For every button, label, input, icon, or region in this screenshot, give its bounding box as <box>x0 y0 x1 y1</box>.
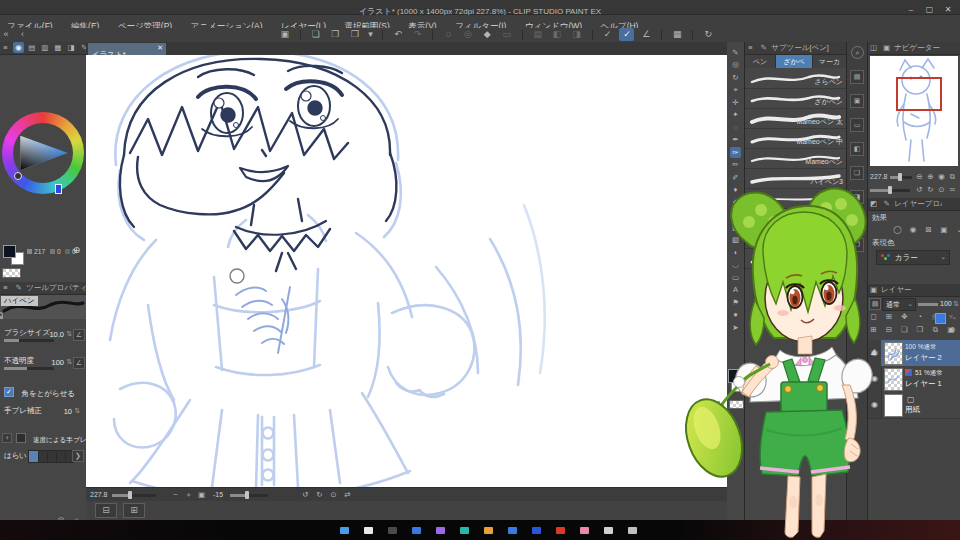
rotate-right-icon[interactable]: ↻ <box>314 489 325 500</box>
redo-icon[interactable]: ↷ <box>410 28 425 41</box>
airbrush-tool-icon[interactable]: ♦ <box>730 184 741 195</box>
brush-item[interactable]: ハイペン3 <box>745 169 846 189</box>
new-layer-icon[interactable]: ⊞ <box>868 324 879 335</box>
pen-tool-icon[interactable]: ✑ <box>730 147 741 158</box>
crop-selection-icon[interactable]: ▭ <box>499 28 514 41</box>
layer-visible-icon[interactable]: ◉ <box>871 400 878 409</box>
sharp-corner-checkbox[interactable]: ✓ <box>4 387 14 397</box>
frame-tool-icon[interactable]: ▭ <box>730 272 741 283</box>
layer-thumbnail[interactable] <box>884 368 903 391</box>
navigator-rotate-slider[interactable] <box>870 189 910 192</box>
panel-tab-icon[interactable]: ❐ <box>850 214 864 228</box>
layer-name[interactable]: レイヤー 2 <box>905 353 942 363</box>
lp-tab-icon[interactable]: ◩ <box>868 198 879 209</box>
nav-flip-icon[interactable]: ≍ <box>947 184 958 195</box>
snap-grid-icon[interactable]: ◨ <box>569 28 584 41</box>
object-tool-icon[interactable]: ⌖ <box>730 84 741 95</box>
color-history-tab-icon[interactable]: ◨ <box>65 42 76 53</box>
color-slider-tab-icon[interactable]: ▥ <box>39 42 50 53</box>
zoom-in-icon[interactable]: ＋ <box>183 489 194 500</box>
decoration-tool-icon[interactable]: ❖ <box>730 197 741 208</box>
layer-thumbnail[interactable] <box>884 342 903 365</box>
layer-visible-icon[interactable]: ◉ <box>871 374 878 383</box>
stabilization-row[interactable]: 手ブレ補正 10 ⇅ <box>0 404 86 422</box>
brush-size-row[interactable]: ブラシサイズ 10.0 ⇅ ∠ <box>0 326 86 346</box>
transfer-layer-icon[interactable]: ❐ <box>914 324 925 335</box>
zoom-tool-icon[interactable]: ◎ <box>730 59 741 70</box>
toolbar-main-color[interactable] <box>728 369 742 383</box>
layer-row-paper[interactable]: ◉ ▢ 用紙 <box>868 392 960 419</box>
brush-item[interactable]: Mameoペン 中 <box>745 129 846 149</box>
color-set-tab-icon[interactable]: ▤ <box>26 42 37 53</box>
nav-rotate-right-icon[interactable]: ↻ <box>925 184 936 195</box>
taskbar-app-icon[interactable] <box>436 527 445 534</box>
pencil-tool-icon[interactable]: ✏ <box>730 159 741 170</box>
blend-tool-icon[interactable]: ▦ <box>730 222 741 233</box>
panel-menu-icon[interactable]: ≡ <box>745 42 756 53</box>
taskbar-app-icon[interactable] <box>412 527 421 534</box>
transparent-color-swatch[interactable] <box>2 268 21 278</box>
clip-studio-icon[interactable]: ▣ <box>277 28 292 41</box>
color-edit-tab-icon[interactable]: ✎ <box>79 42 86 53</box>
grid-view-button[interactable]: ⊞ <box>123 503 145 518</box>
rotate-reset-icon[interactable]: ⊙ <box>328 489 339 500</box>
brush-item[interactable]: さらペン <box>745 69 846 89</box>
panel-tab-icon[interactable]: ▤ <box>850 70 864 84</box>
opacity-stepper[interactable]: ⇅ <box>66 358 72 366</box>
expression-color-dropdown[interactable]: カラー ⌄ <box>876 250 950 265</box>
palette-color-icon[interactable]: ▤ <box>869 298 881 310</box>
taskbar-app-icon[interactable] <box>484 527 493 534</box>
history-forward-icon[interactable]: ‹ <box>16 28 28 41</box>
document-tab-close-icon[interactable]: ✕ <box>157 44 163 52</box>
wand-tool-icon[interactable]: ✦ <box>730 109 741 120</box>
zoom-out-icon[interactable]: − <box>170 489 181 500</box>
move-tool-icon[interactable]: ✛ <box>730 97 741 108</box>
subtool-tab-marker[interactable]: マーカ <box>813 55 846 68</box>
lasso-tool-icon[interactable]: ◌ <box>730 122 741 133</box>
taskbar-app-icon[interactable] <box>556 527 565 534</box>
taskbar-app-icon[interactable] <box>388 527 397 534</box>
snap-ruler-icon[interactable]: ▤ <box>530 28 545 41</box>
brush-item[interactable]: ざかペン <box>745 89 846 109</box>
stabilization-stepper[interactable]: ⇅ <box>74 407 80 415</box>
effect-layercolor-icon[interactable]: ▣ <box>938 224 949 235</box>
nav-rotate-reset-icon[interactable]: ⊙ <box>936 184 947 195</box>
panel-tab-icon[interactable]: ❒ <box>850 238 864 252</box>
reset-view-icon[interactable]: ↻ <box>701 28 716 41</box>
layer-opacity-stepper[interactable]: ⇅ <box>953 300 959 308</box>
layer-name[interactable]: 用紙 <box>905 405 920 415</box>
new-file-icon[interactable]: ❏ <box>308 28 323 41</box>
stabilization-value[interactable]: 10 <box>64 407 72 416</box>
canvas-zoom-slider[interactable] <box>112 494 156 497</box>
reselect-icon[interactable]: ◎ <box>460 28 475 41</box>
document-tab[interactable]: イラスト* ✕ <box>88 43 166 55</box>
rotate-left-icon[interactable]: ↺ <box>300 489 311 500</box>
rotate-tool-icon[interactable]: ↻ <box>730 72 741 83</box>
merge-layer-icon[interactable]: ⧉ <box>930 324 941 335</box>
nav-zoom-out-icon[interactable]: ⊖ <box>914 171 925 182</box>
brush-item-selected[interactable]: ハイペン <box>745 209 846 229</box>
navigator-thumbnail[interactable] <box>870 56 958 166</box>
new-folder-icon[interactable]: ❏ <box>899 324 910 335</box>
navigator-zoom-slider[interactable] <box>890 176 912 179</box>
panel-tab-icon[interactable]: ▣ <box>850 94 864 108</box>
balloon-tool-icon[interactable]: ⚑ <box>730 297 741 308</box>
brush-item[interactable]: Mameoペン <box>745 149 846 169</box>
new-vector-layer-icon[interactable]: ⊟ <box>883 324 894 335</box>
nav-tab-icon[interactable]: ◫ <box>868 42 879 53</box>
layer-row-1[interactable]: ◉ 51 %通常 レイヤー 1 <box>868 366 960 393</box>
main-color-swatch[interactable] <box>3 245 16 258</box>
antialias-on-icon[interactable]: ✓ <box>619 28 634 41</box>
panel-tab-icon[interactable]: ❏ <box>850 166 864 180</box>
effect-caret-icon[interactable]: ⌄ <box>954 224 960 235</box>
taskbar-app-icon[interactable] <box>628 527 637 534</box>
lock-icon[interactable] <box>0 316 3 319</box>
expand-plus-icon[interactable]: ＋ <box>2 433 12 443</box>
save-file-icon[interactable]: ❒ <box>347 28 362 41</box>
opacity-dynamics-button[interactable]: ∠ <box>73 357 85 369</box>
effect-border-icon[interactable]: ◯ <box>892 224 903 235</box>
deselect-icon[interactable]: ◌ <box>441 28 456 41</box>
color-wheel-tab-icon[interactable]: ◉ <box>13 42 24 53</box>
lp-tab2-icon[interactable]: ✎ <box>881 198 892 209</box>
layer-row-2[interactable]: ◉ ∠ 100 %通常 レイヤー 2 <box>868 340 960 367</box>
